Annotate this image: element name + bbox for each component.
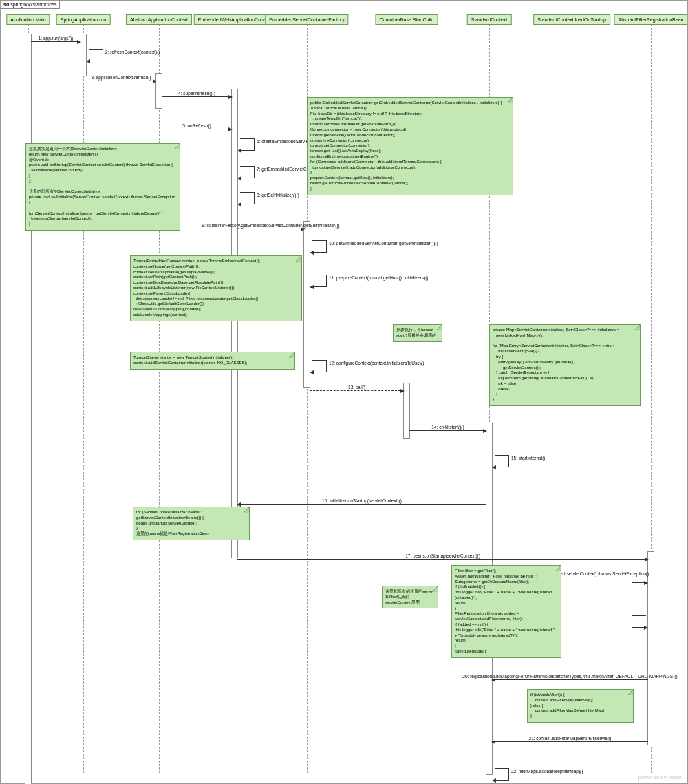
message: 9: containerFactory.getEmbeddedServletCo…	[237, 221, 304, 229]
message: 18: onStartup(ServletContext servletCont…	[632, 571, 648, 583]
message-label: 5: onRefresh()	[182, 123, 211, 128]
message-label: 22: filterMaps.addBefore(filterMap)()	[511, 769, 583, 774]
message: 16: initializer.onStartup(servletContext…	[237, 496, 486, 505]
message-label: 12: configureContext(context,initializer…	[329, 361, 424, 365]
message: 2: refreshContext(context)()	[86, 49, 103, 61]
message-label: 9: containerFactory.getEmbeddedServletCo…	[202, 223, 339, 228]
note: 这里其实是返回一个对象servletContextInitializer ret…	[25, 143, 180, 231]
message-label: 2: refreshContext(context)()	[105, 50, 160, 54]
message-label: 11: prepareContext(tomcat.getHost(), ini…	[329, 275, 429, 280]
message-label: 16: initializer.onStartup(servletContext…	[322, 498, 402, 503]
note: 这里把所有的注册的server和filter以及到servletContext里…	[382, 586, 438, 608]
message: 19: configure(added)()	[632, 615, 648, 628]
participant-p0: Application:Main	[6, 14, 50, 25]
note: 异步执行，当tomcat start()后最终会调用的	[393, 324, 442, 342]
participant-p5: ContainerBase:StartChild	[376, 14, 438, 25]
note: Filter filter = getFilter(); Assert.notN…	[451, 565, 561, 658]
message: 4: super.refresh()()	[162, 89, 232, 97]
message: 15: startInternal()	[492, 455, 508, 467]
note: private Map<ServletContainerInitializer,…	[489, 324, 641, 406]
message-label: 15: startInternal()	[511, 456, 546, 460]
note: if (isMatchAfter()) { context.addFilterM…	[527, 689, 634, 723]
message: 12: configureContext(context,initializer…	[310, 360, 326, 372]
message: 5: onRefresh()	[162, 121, 232, 129]
note: TomcatStarter starter = new TomcatStarte…	[130, 352, 295, 370]
sequence-diagram: sd springbootstartproces Application:Mai…	[0, 0, 688, 784]
activation	[647, 551, 654, 745]
message-label: 3: applicationContext.refresh()	[91, 75, 151, 80]
diagram-title: sd springbootstartproces	[1, 1, 60, 9]
message: 10: getEmbeddedServletContainer(getSelfI…	[310, 240, 326, 253]
message: 22: filterMaps.addBefore(filterMap)()	[492, 768, 508, 781]
watermark: powered by Astah	[638, 774, 682, 781]
participant-p3: EmbeddedWebApplicationContext	[194, 14, 276, 25]
message: 14: child.start()()	[409, 423, 486, 431]
message-label: 8: getSelfInitializer()()	[257, 193, 299, 198]
message-label: 13: call()	[348, 385, 365, 390]
lifeline	[159, 24, 160, 773]
message-label: 21: context.addFilterMapBefore(filterMap…	[529, 736, 612, 741]
participant-p4: EmbeddedServletContainerFactory	[265, 14, 348, 25]
message: 21: context.addFilterMapBefore(filterMap…	[492, 734, 648, 742]
message-label: 20: registration.addMappingForUrlPattern…	[462, 674, 677, 679]
participant-p1: SpringApplication:run	[56, 14, 111, 25]
message: 3: applicationContext.refresh()	[86, 73, 156, 81]
note: for (ServletContextInitializer beans : g…	[133, 507, 250, 540]
message-label: 10: getEmbeddedServletContainer(getSelfI…	[329, 241, 438, 246]
lifeline	[83, 24, 84, 773]
message: 17: beans.onStartup(servletContext)()	[237, 551, 648, 560]
message-label: 4: super.refresh()()	[178, 91, 215, 96]
participant-p6: StandardContext	[467, 14, 512, 25]
message-label: 1: app.run(args())	[39, 36, 74, 41]
note: TomcatEmbeddedContext context = new Tomc…	[130, 255, 302, 321]
message: 20: registration.addMappingForUrlPattern…	[492, 672, 648, 680]
message: 11: prepareContext(tomcat.getHost(), ini…	[310, 275, 326, 287]
participant-p2: AbstractApplicationContext	[126, 14, 192, 25]
activation	[231, 89, 238, 558]
message: 6: createEmbeddedServletContainer()	[237, 138, 254, 151]
message: 1: app.run(args())	[31, 34, 80, 42]
participant-p7: StandardContext:loadOnStartup	[533, 14, 610, 25]
message-label: 17: beans.onStartup(servletContext)()	[405, 553, 480, 558]
note: public EmbeddedServletContainer getEmbed…	[307, 97, 513, 195]
message: 8: getSelfInitializer()()	[237, 192, 254, 204]
participant-p8: AbstractFilterRegistrationBean	[614, 14, 688, 25]
message: 13: call()	[310, 383, 404, 391]
message: 7: getEmbeddedServletContainerFactory()(…	[237, 166, 254, 178]
message-label: 14: child.start()()	[431, 425, 464, 430]
